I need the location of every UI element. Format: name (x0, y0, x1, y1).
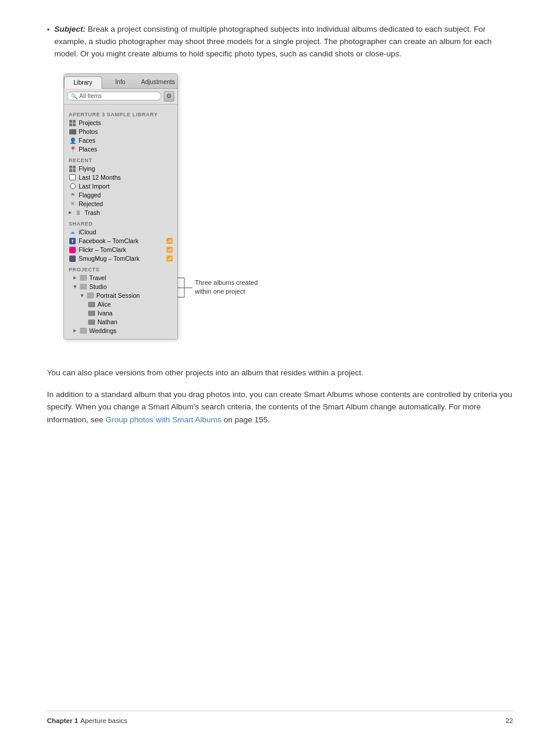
smugmug-icon (69, 255, 76, 262)
alice-label: Alice (97, 301, 111, 308)
sidebar-item-rejected[interactable]: ✕ Rejected (64, 200, 177, 209)
sidebar-item-weddings[interactable]: ▶ Weddings (64, 327, 177, 335)
last12-label: Last 12 Months (79, 174, 121, 181)
wifi-icon-flickr: 📶 (166, 247, 173, 253)
para2-after: on page 155. (221, 415, 270, 424)
tab-bar: Library Info Adjustments (64, 74, 177, 89)
tab-adjustments[interactable]: Adjustments (139, 76, 177, 88)
search-bar: 🔍 All Items ⚙ (64, 89, 177, 105)
tab-library[interactable]: Library (64, 76, 102, 89)
ivana-icon (87, 310, 95, 317)
sidebar-item-trash[interactable]: ▶ 🗑 Trash (64, 209, 177, 217)
sidebar-item-portrait-session[interactable]: ▶ Portrait Session (64, 291, 177, 300)
page-footer: Chapter 1 Aperture basics 22 (47, 711, 513, 724)
paragraph-1: You can also place versions from other p… (47, 367, 513, 379)
bullet-section: • Subject: Break a project consisting of… (47, 23, 513, 352)
ivana-label: Ivana (97, 310, 113, 317)
projects-label: Projects (79, 119, 101, 126)
faces-label: Faces (79, 137, 96, 144)
travel-label: Travel (89, 274, 106, 281)
flagged-label: Flagged (79, 191, 101, 199)
travel-expand: ▶ (73, 275, 76, 280)
nathan-label: Nathan (97, 318, 117, 325)
sidebar-item-places[interactable]: 📍 Places (64, 145, 177, 154)
footer-chapter-title: Aperture basics (80, 717, 127, 724)
calendar-icon (69, 174, 76, 181)
sidebar-item-nathan[interactable]: Nathan (64, 318, 177, 327)
search-placeholder: All Items (79, 93, 102, 99)
studio-icon (79, 284, 87, 290)
sidebar-item-flagged[interactable]: ⚑ Flagged (64, 191, 177, 200)
sidebar-item-alice[interactable]: Alice (64, 300, 177, 309)
flickr-icon (69, 247, 76, 253)
lastimport-label: Last Import (79, 183, 110, 190)
smugmug-label: SmugMug – TomClark (79, 255, 140, 262)
group-photos-link[interactable]: Group photos with Smart Albums (106, 415, 221, 424)
section-aperture-header: APERTURE 3 SAMPLE LIBRARY (64, 108, 177, 119)
flying-icon (69, 166, 76, 172)
bullet-label: Subject: (55, 25, 86, 33)
faces-icon: 👤 (69, 137, 76, 144)
callout-line2: within one project (195, 288, 245, 295)
sidebar-item-ivana[interactable]: Ivana (64, 309, 177, 318)
portrait-session-label: Portrait Session (96, 292, 140, 299)
section-recent-header: RECENT (64, 154, 177, 164)
weddings-expand: ▶ (73, 328, 76, 333)
sidebar-item-icloud[interactable]: ☁ iCloud (64, 228, 177, 237)
sidebar-item-photos[interactable]: Photos (64, 127, 177, 136)
sidebar-item-flying[interactable]: Flying (64, 164, 177, 173)
sidebar-item-last12[interactable]: Last 12 Months (64, 173, 177, 182)
search-icon: 🔍 (71, 93, 77, 99)
aperture-ui: Library Info Adjustments 🔍 All Items ⚙ A… (63, 73, 178, 339)
sidebar-item-smugmug[interactable]: SmugMug – TomClark 📶 (64, 254, 177, 263)
flying-label: Flying (79, 165, 95, 172)
bullet-item: • Subject: Break a project consisting of… (47, 23, 513, 60)
paragraph-2: In addition to a standard album that you… (47, 388, 513, 426)
portrait-expand: ▶ (80, 294, 85, 297)
sidebar-item-faces[interactable]: 👤 Faces (64, 136, 177, 145)
alice-icon (87, 301, 95, 308)
rejected-icon: ✕ (69, 201, 76, 207)
sidebar-item-travel[interactable]: ▶ Travel (64, 274, 177, 283)
bullet-dot: • (47, 24, 50, 60)
gear-button[interactable]: ⚙ (164, 91, 174, 102)
projects-icon (69, 120, 76, 126)
places-label: Places (79, 146, 97, 153)
aperture-screenshot-panel: Library Info Adjustments 🔍 All Items ⚙ A… (63, 73, 178, 339)
icloud-icon: ☁ (69, 229, 76, 236)
clock-icon (69, 183, 76, 190)
icloud-label: iCloud (79, 228, 96, 236)
rejected-label: Rejected (79, 200, 103, 207)
trash-icon: 🗑 (75, 210, 82, 216)
facebook-icon: f (69, 238, 76, 244)
studio-label: Studio (89, 283, 107, 290)
studio-expand: ▶ (73, 285, 77, 288)
places-icon: 📍 (69, 146, 76, 153)
flag-icon: ⚑ (69, 192, 76, 199)
trash-label: Trash (85, 209, 100, 216)
nathan-icon (87, 319, 95, 325)
trash-expand-triangle: ▶ (69, 210, 72, 215)
flickr-label: Flickr – TomClark (79, 246, 126, 253)
sidebar-content: APERTURE 3 SAMPLE LIBRARY Projects Photo… (64, 105, 177, 339)
photos-label: Photos (79, 128, 98, 135)
wifi-icon-facebook: 📶 (166, 238, 173, 244)
facebook-label: Facebook – TomClark (79, 237, 139, 244)
section-shared-header: SHARED (64, 217, 177, 228)
sidebar-item-flickr[interactable]: Flickr – TomClark 📶 (64, 246, 177, 254)
weddings-icon (79, 328, 87, 334)
weddings-label: Weddings (89, 327, 117, 334)
portrait-session-icon (86, 293, 94, 299)
sidebar-item-projects[interactable]: Projects (64, 119, 177, 127)
sidebar-item-facebook[interactable]: f Facebook – TomClark 📶 (64, 237, 177, 246)
section-projects-header: PROJECTS (64, 263, 177, 274)
footer-page-number: 22 (505, 717, 513, 724)
footer-chapter-label: Chapter 1 (47, 717, 78, 724)
travel-icon (79, 275, 87, 281)
sidebar-item-studio[interactable]: ▶ Studio (64, 283, 177, 291)
tab-info[interactable]: Info (102, 76, 139, 88)
page-content: • Subject: Break a project consisting of… (0, 0, 560, 470)
sidebar-item-lastimport[interactable]: Last Import (64, 182, 177, 191)
bullet-text: Subject: Break a project consisting of m… (55, 23, 513, 60)
search-field[interactable]: 🔍 All Items (67, 92, 161, 100)
